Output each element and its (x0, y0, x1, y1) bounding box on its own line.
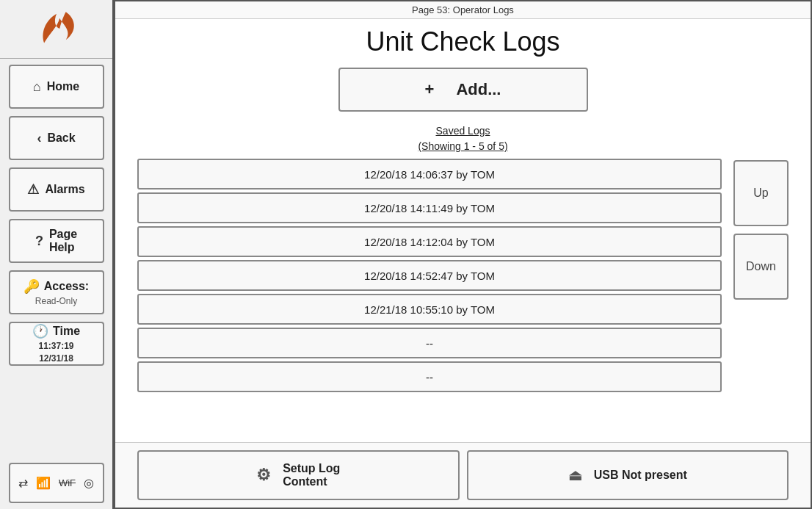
time-values: 11:37:19 12/31/18 (38, 340, 73, 365)
back-label: Back (47, 131, 75, 145)
logs-list: 12/20/18 14:06:37 by TOM12/20/18 14:11:4… (137, 159, 722, 392)
access-button[interactable]: 🔑 Access: Read-Only (9, 270, 104, 314)
add-plus-icon: + (425, 80, 435, 99)
page-help-button[interactable]: ? PageHelp (9, 219, 104, 263)
home-label: Home (47, 80, 79, 93)
target-icon: ◎ (84, 476, 94, 490)
scroll-down-label: Down (746, 260, 776, 273)
time-button[interactable]: 🕐 Time 11:37:19 12/31/18 (9, 322, 104, 366)
add-button[interactable]: + Add... (338, 68, 588, 112)
log-row[interactable]: 12/20/18 14:06:37 by TOM (137, 159, 722, 189)
help-icon: ? (35, 234, 43, 249)
saved-logs-label: Saved Logs (Showing 1 - 5 of 5) (137, 123, 789, 154)
page-heading: Unit Check Logs (137, 26, 789, 57)
usb-icon: ⏏ (568, 466, 582, 484)
signal-icon: 📶 (36, 476, 51, 490)
setup-log-button[interactable]: ⚙ Setup LogContent (137, 450, 460, 500)
access-label: Access: (44, 280, 89, 293)
transfer-icon: ⇄ (18, 476, 28, 490)
page-title: Page 53: Operator Logs (412, 4, 514, 15)
log-row[interactable]: 12/20/18 14:11:49 by TOM (137, 192, 722, 223)
sidebar: ⌂ Home ‹ Back ⚠ Alarms ? PageHelp 🔑 Acce… (0, 0, 114, 509)
scroll-buttons: Up Down (733, 159, 789, 392)
brand-logo (31, 9, 82, 49)
scroll-up-button[interactable]: Up (733, 160, 789, 226)
page-title-bar: Page 53: Operator Logs (115, 1, 811, 19)
main-panel: Page 53: Operator Logs Unit Check Logs +… (114, 0, 812, 509)
time-label: Time (53, 325, 80, 338)
alarms-label: Alarms (45, 183, 84, 196)
time-value: 11:37:19 (38, 341, 73, 351)
access-sub-label: Read-Only (35, 296, 77, 306)
log-row[interactable]: 12/20/18 14:52:47 by TOM (137, 260, 722, 291)
back-icon: ‹ (37, 131, 41, 146)
scroll-down-button[interactable]: Down (733, 234, 789, 300)
back-button[interactable]: ‹ Back (9, 116, 104, 160)
log-row[interactable]: -- (137, 328, 722, 358)
logo-area (0, 0, 112, 59)
home-button[interactable]: ⌂ Home (9, 65, 104, 109)
home-icon: ⌂ (33, 79, 41, 95)
gear-icon: ⚙ (256, 466, 271, 485)
main-content: Unit Check Logs + Add... Saved Logs (Sho… (115, 19, 811, 442)
log-row[interactable]: 12/20/18 14:12:04 by TOM (137, 226, 722, 257)
date-value: 12/31/18 (39, 353, 73, 364)
log-row[interactable]: 12/21/18 10:55:10 by TOM (137, 294, 722, 325)
usb-label: USB Not present (594, 469, 687, 482)
add-button-label: Add... (456, 80, 501, 99)
log-row[interactable]: -- (137, 361, 722, 392)
status-bar: ⇄ 📶 WiF ◎ (9, 463, 104, 503)
setup-log-label: Setup LogContent (283, 462, 340, 488)
clock-icon: 🕐 (32, 323, 48, 339)
scroll-up-label: Up (753, 187, 768, 200)
page-help-label: PageHelp (49, 228, 77, 254)
bottom-bar: ⚙ Setup LogContent ⏏ USB Not present (115, 442, 811, 508)
access-icon: 🔑 (23, 278, 40, 295)
alarm-icon: ⚠ (27, 181, 39, 198)
wifi-off-icon: WiF (59, 477, 76, 488)
usb-button[interactable]: ⏏ USB Not present (467, 450, 789, 500)
logs-area: 12/20/18 14:06:37 by TOM12/20/18 14:11:4… (137, 159, 789, 392)
alarms-button[interactable]: ⚠ Alarms (9, 167, 104, 212)
